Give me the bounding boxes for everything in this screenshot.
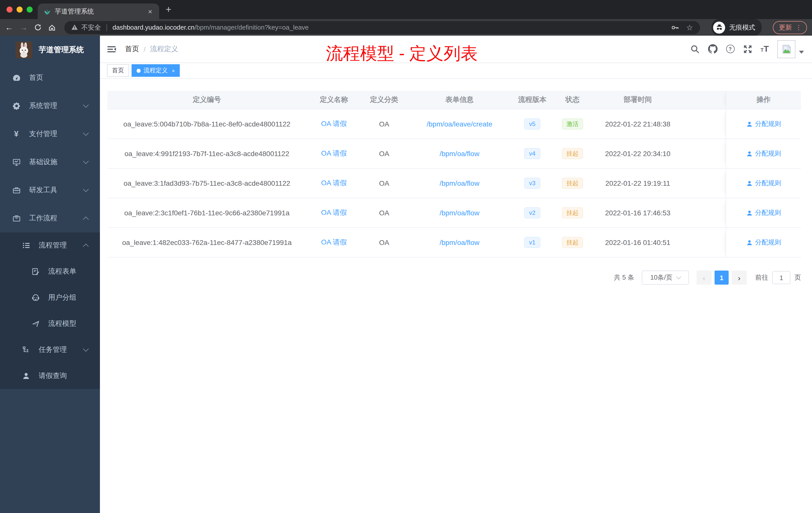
app-title: 芋道管理系统 [39, 45, 84, 55]
assign-rule-button[interactable]: 分配规则 [746, 149, 781, 158]
status-badge: 激活 [562, 118, 583, 130]
home-button[interactable] [48, 24, 56, 31]
chevron-down-icon [83, 130, 89, 136]
prev-page-button[interactable]: ‹ [696, 271, 712, 284]
paper-plane-icon [31, 320, 40, 328]
key-icon[interactable] [671, 23, 679, 31]
bookmark-star-icon[interactable]: ☆ [686, 24, 693, 31]
not-secure-label[interactable]: 不安全 [81, 23, 101, 32]
tag-home[interactable]: 首页 [107, 64, 129, 77]
definition-name-link[interactable]: OA 请假 [321, 149, 347, 157]
tag-close-icon[interactable]: × [172, 67, 175, 73]
page-unit-label: 页 [794, 273, 801, 282]
hamburger-icon[interactable] [107, 44, 116, 54]
sidebar-item-leave-query[interactable]: 请假查询 [0, 363, 100, 389]
window-controls[interactable] [6, 6, 33, 12]
form-link[interactable]: /bpm/oa/flow [440, 179, 480, 187]
assign-rule-button[interactable]: 分配规则 [746, 208, 781, 217]
tab-close-icon[interactable]: × [147, 7, 153, 15]
deploy-time: 2022-01-16 17:46:53 [592, 209, 683, 217]
yen-icon: ¥ [12, 129, 21, 139]
app-logo: 芋道管理系统 [0, 36, 100, 64]
form-link[interactable]: /bpm/oa/flow [440, 209, 480, 217]
new-tab-button[interactable]: + [166, 4, 171, 15]
definition-name-link[interactable]: OA 请假 [321, 208, 347, 216]
sidebar-item-home[interactable]: 首页 [0, 64, 100, 92]
incognito-icon [713, 21, 725, 33]
avatar[interactable] [777, 40, 795, 58]
main-panel: 流程模型 - 定义列表 首页 / 流程定义 ? [100, 36, 812, 513]
col-definition-name: 定义名称 [306, 95, 361, 104]
sidebar-item-label: 首页 [29, 73, 43, 82]
user-icon [746, 150, 753, 157]
definition-id: oa_leave:1:482ec033-762a-11ec-8477-a2380… [108, 238, 306, 246]
breadcrumb-home[interactable]: 首页 [125, 44, 139, 54]
incognito-badge: 无痕模式 [712, 19, 762, 36]
sidebar-item-process-model[interactable]: 流程模型 [0, 311, 100, 337]
caret-down-icon[interactable] [799, 51, 804, 54]
sidebar-item-label: 工作流程 [29, 214, 57, 223]
font-size-icon[interactable]: TT [760, 44, 769, 54]
sidebar-item-label: 请假查询 [39, 371, 67, 381]
form-link[interactable]: /bpm/oa/flow [440, 150, 480, 158]
definition-category: OA [361, 209, 407, 217]
sidebar-item-label: 研发工具 [29, 186, 57, 195]
sidebar-item-infra[interactable]: 基础设施 [0, 148, 100, 176]
pagination: 共 5 条 10条/页 ‹ 1 › 前往 页 [108, 271, 801, 284]
assign-rule-button[interactable]: 分配规则 [746, 238, 781, 247]
definition-id: oa_leave:3:1fad3d93-7b75-11ec-a3c8-acde4… [108, 179, 306, 187]
page-size-value: 10条/页 [650, 273, 672, 282]
browser-tab[interactable]: 芋道管理系统 × [38, 3, 159, 19]
browser-menu-icon[interactable]: ⋮ [795, 24, 802, 31]
help-icon[interactable]: ? [726, 45, 734, 53]
status-badge: 挂起 [562, 178, 583, 189]
user-menu[interactable] [777, 40, 804, 58]
sidebar-item-devtools[interactable]: 研发工具 [0, 176, 100, 204]
sidebar-item-user-group[interactable]: 用户分组 [0, 284, 100, 311]
address-bar[interactable]: 不安全 dashboard.yudao.iocoder.cn/bpm/manag… [64, 21, 700, 34]
col-definition-category: 定义分类 [361, 95, 407, 104]
sidebar-item-process-form[interactable]: 流程表单 [0, 259, 100, 284]
form-link[interactable]: /bpm/oa/flow [440, 238, 480, 246]
page-number-1[interactable]: 1 [715, 271, 729, 284]
zoom-window-button[interactable] [27, 6, 33, 12]
col-status: 状态 [552, 95, 592, 104]
tag-process-definition[interactable]: 流程定义 × [132, 64, 180, 77]
status-badge: 挂起 [562, 207, 583, 219]
assign-rule-button[interactable]: 分配规则 [746, 119, 781, 128]
screen: 芋道管理系统 × + ← → 不安全 dashboard.yudao.iocod… [0, 0, 812, 513]
chevron-down-icon [83, 158, 89, 164]
fullscreen-icon[interactable] [743, 44, 752, 54]
sidebar-item-payment[interactable]: ¥ 支付管理 [0, 120, 100, 148]
close-window-button[interactable] [6, 6, 12, 12]
browser-update-button[interactable]: 更新 ⋮ [773, 21, 807, 34]
status-badge: 挂起 [562, 237, 583, 248]
table-header-row: 定义编号 定义名称 定义分类 表单信息 流程版本 状态 部署时间 操作 [108, 91, 801, 110]
content-area: 定义编号 定义名称 定义分类 表单信息 流程版本 状态 部署时间 操作 oa_l… [100, 79, 812, 513]
divider [107, 24, 107, 31]
back-button[interactable]: ← [5, 23, 13, 31]
search-icon[interactable] [690, 44, 699, 54]
sidebar-item-system[interactable]: 系统管理 [0, 92, 100, 120]
form-link[interactable]: /bpm/oa/leave/create [427, 120, 492, 128]
sidebar-item-task-mgmt[interactable]: 任务管理 [0, 337, 100, 363]
definition-name-link[interactable]: OA 请假 [321, 179, 347, 187]
form-icon [31, 268, 40, 276]
definition-id: oa_leave:5:004b710b-7b8a-11ec-8ef0-acde4… [108, 120, 306, 128]
github-icon[interactable] [708, 44, 717, 54]
logo-rabbit-avatar [16, 41, 32, 58]
forward-button[interactable]: → [20, 23, 28, 31]
briefcase-icon [12, 214, 21, 222]
page-size-select[interactable]: 10条/页 [642, 271, 689, 284]
assign-rule-button[interactable]: 分配规则 [746, 179, 781, 188]
sidebar-item-workflow[interactable]: 工作流程 [0, 204, 100, 233]
minimize-window-button[interactable] [17, 6, 23, 12]
reload-button[interactable] [34, 24, 42, 31]
goto-page-input[interactable] [772, 271, 790, 284]
definition-name-link[interactable]: OA 请假 [321, 119, 347, 127]
sidebar-item-process-mgmt[interactable]: 流程管理 [0, 233, 100, 259]
next-page-button[interactable]: › [732, 271, 747, 284]
breadcrumb: 首页 / 流程定义 [125, 44, 178, 54]
definition-name-link[interactable]: OA 请假 [321, 238, 347, 246]
chevron-up-icon [83, 244, 89, 249]
